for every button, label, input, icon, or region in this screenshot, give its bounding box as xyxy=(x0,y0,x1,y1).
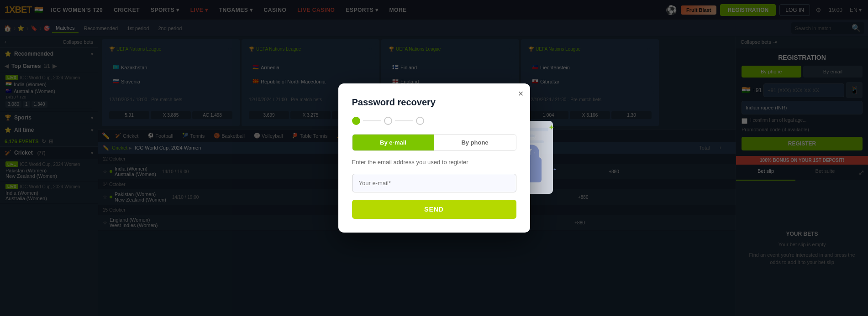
step-dot-1 xyxy=(352,117,360,125)
step-dot-3 xyxy=(416,117,424,125)
send-button[interactable]: SEND xyxy=(352,200,516,219)
svg-rect-6 xyxy=(532,150,537,163)
svg-text:✦: ✦ xyxy=(553,167,557,172)
recovery-tab-toggle: By e-mail By phone xyxy=(352,134,516,151)
tab-phone-button[interactable]: By phone xyxy=(434,135,516,150)
modal-title: Password recovery xyxy=(352,97,516,108)
modal-wrapper: × Password recovery By e-mail By phone E… xyxy=(338,83,530,233)
step-dot-2 xyxy=(384,117,392,125)
password-recovery-modal: × Password recovery By e-mail By phone E… xyxy=(338,83,530,233)
step-indicator xyxy=(352,117,516,125)
modal-overlay[interactable]: × Password recovery By e-mail By phone E… xyxy=(0,0,868,316)
modal-description: Enter the email address you used to regi… xyxy=(352,158,516,166)
step-line-2 xyxy=(395,120,413,121)
svg-text:✦: ✦ xyxy=(548,124,554,131)
tab-email-button[interactable]: By e-mail xyxy=(352,135,434,150)
step-line-1 xyxy=(363,120,381,121)
modal-close-button[interactable]: × xyxy=(518,89,524,98)
email-recovery-input[interactable] xyxy=(352,174,516,192)
